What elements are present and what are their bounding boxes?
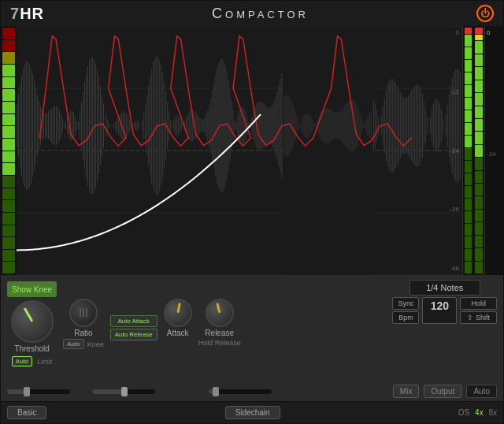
vu-seg [465,123,472,135]
vu-seg [2,188,15,200]
sidechain-button[interactable]: Sidechain [225,406,280,419]
plugin-title: Compactor [212,6,309,22]
vu-seg [2,139,15,151]
auto-mix-button[interactable]: Auto [466,385,497,398]
ratio-knob[interactable] [69,299,98,327]
release-label: Release [205,329,234,337]
slider-fill [92,389,124,394]
vu-seg [475,67,483,79]
logo: 7HR [10,5,44,23]
vu-seg [2,250,15,262]
show-knee-button[interactable]: Show Knee [7,281,57,297]
vu-seg [2,225,15,237]
slider-thumb[interactable] [213,387,219,396]
os-info: OS 4x 8x [458,408,497,417]
vu-seg [2,65,15,76]
vu-seg [465,35,472,46]
vu-seg [475,35,483,41]
vu-seg [475,132,483,143]
hold-button[interactable]: Hold [460,297,497,310]
threshold-knob[interactable] [11,300,54,343]
slider-thumb[interactable] [121,387,128,396]
attack-knob[interactable] [164,299,192,327]
basic-button[interactable]: Basic [7,406,46,419]
controls-row2: Mix Output Auto [7,383,497,398]
slider-thumb[interactable] [24,387,30,396]
sync-button[interactable]: Sync [392,297,419,310]
output-meter-left [462,26,473,275]
vu-seg [475,171,483,183]
knee-label: Knee [87,340,104,348]
vu-seg [475,28,483,34]
vu-meter-left [1,26,17,275]
display-area: 0 -12 -24 -36 -48 [1,26,503,275]
vu-seg [2,40,15,52]
right-meters: 0 -14 [462,26,503,275]
release-knob[interactable] [206,299,234,327]
auto-attack-button[interactable]: Auto Attack [110,315,158,327]
ratio-group: Ratio Auto Knee [63,299,104,349]
vu-seg [2,102,15,113]
show-knee-group: Show Knee Threshold Auto Limit [7,280,57,366]
controls-area: Show Knee Threshold Auto Limit [1,275,503,401]
vu-seg [2,151,15,163]
vu-seg [475,210,483,221]
vu-seg [475,54,483,66]
threshold-limit-slider-group [7,389,86,394]
auto-knee-badge[interactable]: Auto [63,339,83,349]
controls-row1: Show Knee Threshold Auto Limit [7,280,497,383]
attack-group: Attack [164,299,192,337]
knee-row: Auto Knee [63,339,104,349]
bpm-button[interactable]: Bpm [392,311,419,324]
hold-shift-col: Hold ⇧ Shift [460,297,497,324]
header: 7HR Compactor ⏻ [1,1,503,26]
power-button[interactable]: ⏻ [476,5,494,22]
vu-seg [465,73,472,84]
vu-seg [475,236,483,247]
output-button[interactable]: Output [424,385,461,398]
vu-seg [465,173,472,185]
vu-seg [465,161,472,173]
vu-seg [2,262,15,273]
db-label-top: 0 [487,29,502,36]
db-label-m14: -14 [487,151,502,158]
vu-seg [475,196,483,208]
vu-seg [475,248,483,260]
threshold-limit-slider[interactable] [7,389,70,394]
vu-seg [465,199,472,210]
vu-seg [475,80,483,92]
ratio-lines [80,308,87,318]
auto-limit-row: Auto Limit [12,356,52,366]
vu-seg [465,236,472,248]
shift-button[interactable]: ⇧ Shift [460,311,497,324]
auto-badge[interactable]: Auto [12,356,32,366]
auto-release-button[interactable]: Auto Release [110,329,158,340]
vu-seg [475,158,483,169]
vu-seg [465,136,472,147]
vu-seg [2,237,15,249]
notes-display[interactable]: 1/4 Notes [410,280,480,296]
vu-seg [465,98,472,110]
mix-button[interactable]: Mix [393,385,420,398]
hold-release-slider[interactable] [209,389,272,394]
vu-seg [465,85,472,97]
knee-slider-group [92,389,163,394]
vu-seg [465,110,472,122]
vu-seg [475,222,483,234]
limit-label: Limit [37,358,52,366]
vu-seg [2,163,15,175]
vu-seg [465,148,472,160]
ratio-label: Ratio [74,329,92,337]
vu-seg [465,47,472,59]
vu-seg [475,41,483,53]
hold-release-slider-group [209,389,287,394]
vu-seg [2,52,15,64]
release-knob-indicator [216,303,220,313]
vu-seg [465,186,472,198]
knee-slider[interactable] [92,389,155,394]
sync-bpm-col: Sync Bpm [392,297,419,324]
attack-label: Attack [167,329,189,337]
waveform-display: 0 -12 -24 -36 -48 [17,26,462,275]
auto-attack-release-group: Auto Attack Auto Release [110,315,158,340]
vu-seg [2,77,15,89]
